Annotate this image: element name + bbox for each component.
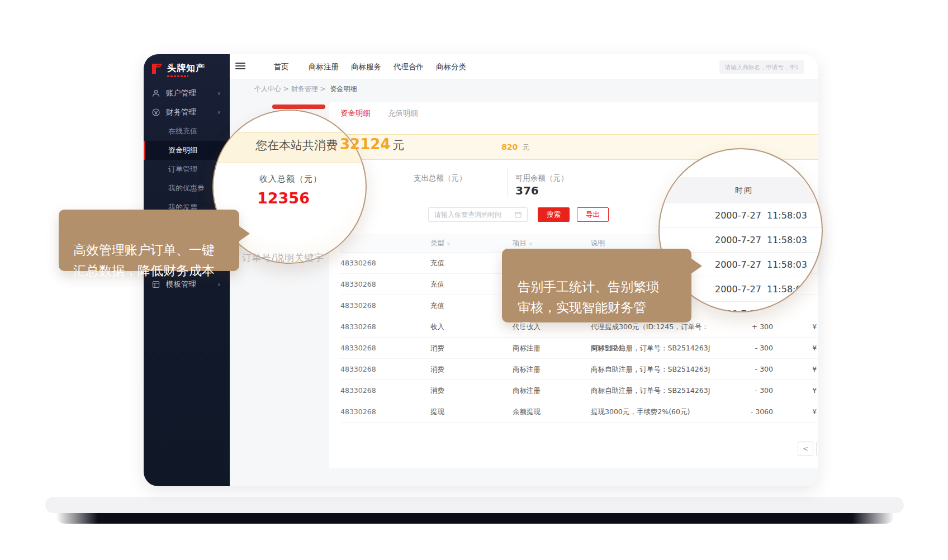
cell-balance: ¥ 12231	[775, 401, 818, 423]
magnified-tab-underline	[272, 105, 325, 109]
cell-type: 充值	[430, 295, 513, 316]
cell-type: 消费	[430, 359, 513, 380]
date-query-input[interactable]	[428, 207, 528, 222]
callout-left: 高效管理账户订单、一键 汇总数据，降低财务成本	[59, 210, 239, 271]
magnified-income-value: 12356	[257, 189, 310, 207]
brand-subtext	[167, 75, 188, 77]
table-row: 48330268 消费 商标注册 商标自助注册，订单号：SB2514263J -…	[340, 359, 818, 380]
tab-funds-detail[interactable]: 资金明细	[340, 108, 371, 118]
sidebar-item-label: 账户管理	[166, 88, 196, 98]
cell-amount: - 300	[731, 338, 775, 359]
table-header-cell[interactable]: 类型∨	[430, 234, 513, 253]
calendar-icon[interactable]	[515, 211, 522, 218]
sidebar-item-account[interactable]: 账户管理 ∨	[144, 84, 230, 103]
cell-order-no: 48330268	[340, 359, 430, 380]
magnified-time-row: 2000-7-27 11:58:03	[660, 203, 822, 228]
cell-order-no: 48330268	[340, 338, 430, 359]
sort-caret-icon: ∨	[447, 241, 451, 246]
cell-order-no: 48330268	[340, 274, 430, 295]
chevron-down-icon: ∨	[217, 91, 221, 96]
tab-recharge-detail[interactable]: 充值明细	[388, 108, 418, 118]
table-row: 48330268 消费 商标注册 商标自助注册，订单号：SB2514263J -…	[340, 338, 818, 359]
table-row: 48330268 消费 商标注册 商标自助注册，订单号：SB2514263J -…	[340, 380, 818, 401]
laptop-base-shadow	[56, 513, 894, 524]
cell-description: 商标自助注册，订单号：SB2514263J	[591, 380, 731, 401]
magnified-banner-unit: 元	[392, 137, 404, 153]
callout-right-arrow-icon	[691, 258, 702, 274]
page-button[interactable]: <	[798, 442, 813, 456]
cell-project: 余额提现	[513, 401, 591, 423]
callout-left-text: 高效管理账户订单、一键 汇总数据，降低财务成本	[73, 243, 215, 278]
cell-type: 消费	[430, 338, 513, 359]
pagination: <12345	[798, 442, 818, 456]
cell-description: 商标自助注册，订单号：SB2514263J	[591, 359, 731, 380]
magnified-column-header: 订单号/说明关键字	[242, 251, 324, 264]
chevron-up-icon: ∧	[217, 110, 221, 115]
nav-tab[interactable]: 商标服务	[350, 54, 382, 79]
finance-icon	[151, 108, 160, 117]
user-icon	[151, 89, 160, 98]
banner-text: 820 元	[501, 135, 529, 159]
brand-flag-icon	[151, 63, 163, 75]
trademark-search-input[interactable]	[719, 60, 804, 74]
brand-logo[interactable]: 头牌知产	[144, 54, 230, 84]
laptop-base	[45, 497, 904, 513]
stat-balance-value: 376	[515, 184, 539, 197]
callout-right: 告别手工统计、告别繁琐 审核，实现智能财务管 理。	[502, 249, 691, 322]
top-navbar: 首页商标注册商标服务代理合作商标分类	[230, 54, 818, 79]
cell-type: 充值	[430, 274, 513, 295]
nav-tab[interactable]: 代理合作	[393, 54, 424, 79]
cell-amount: - 3060	[731, 401, 775, 423]
banner-amount: 820	[501, 143, 518, 151]
magnified-banner-amount: 32124	[340, 136, 390, 153]
cell-project: 商标注册	[513, 380, 591, 401]
cell-order-no: 48330268	[340, 401, 430, 423]
cell-order-no: 48330268	[340, 295, 430, 316]
nav-tab[interactable]: 商标分类	[435, 54, 467, 79]
cell-order-no: 48330268	[340, 380, 430, 401]
nav-tab[interactable]: 商标注册	[308, 54, 339, 79]
breadcrumb-current: 资金明细	[330, 85, 357, 93]
cell-description: 商标自助注册，订单号：SB2514263J	[591, 338, 731, 359]
sort-caret-icon: ∨	[529, 241, 533, 246]
page-button[interactable]: 1	[816, 442, 818, 456]
magnified-income-label: 收入总额（元）	[259, 174, 322, 184]
cell-type: 充值	[430, 253, 513, 274]
brand-title: 头牌知产	[167, 63, 205, 74]
magnified-banner-text: 您在本站共消费 32124 元	[255, 136, 404, 156]
cell-balance: ¥ 12231	[775, 338, 818, 359]
sidebar-subitem[interactable]: 在线充值	[144, 122, 230, 141]
magnified-time-header: 时间	[660, 177, 822, 203]
export-button[interactable]: 导出	[577, 207, 609, 222]
chevron-down-icon: ∨	[217, 282, 221, 287]
sidebar-subitem[interactable]: 资金明细	[144, 141, 230, 160]
stat-expense-label: 支出总额（元）	[414, 173, 467, 183]
cell-description: 提现3000元，手续费2%(60元)	[591, 401, 731, 423]
cell-type: 提现	[430, 401, 513, 423]
stat-balance-label: 可用余额（元）	[515, 173, 568, 183]
search-button[interactable]: 搜索	[538, 207, 570, 222]
breadcrumb: 个人中心 > 财务管理 > 资金明细	[230, 79, 818, 98]
cell-amount: - 300	[731, 380, 775, 401]
menu-icon[interactable]	[235, 63, 245, 70]
nav-tab[interactable]: 首页	[266, 54, 297, 79]
callout-left-arrow-icon	[239, 226, 250, 241]
cell-balance: ¥ 12231	[775, 359, 818, 380]
breadcrumb-path[interactable]: 个人中心 > 财务管理 >	[254, 85, 326, 93]
banner-unit: 元	[522, 143, 529, 151]
cell-amount: - 300	[731, 359, 775, 380]
table-row: 48330268 提现 余额提现 提现3000元，手续费2%(60元) - 30…	[340, 401, 818, 423]
sidebar-item-finance[interactable]: 财务管理 ∧	[144, 103, 230, 122]
template-icon	[151, 280, 160, 289]
cell-order-no: 48330268	[340, 253, 430, 274]
cell-balance: ¥ 12231	[775, 380, 818, 401]
stat-divider	[507, 168, 508, 197]
page: 头牌知产 账户管理 ∨ 财务管理 ∧ 在线充值资金明细订单管	[0, 0, 948, 560]
table-header-cell[interactable]	[340, 234, 430, 253]
cell-project: 商标注册	[513, 359, 591, 380]
sidebar-item-label: 财务管理	[166, 107, 196, 117]
magnified-banner-prefix: 您在本站共消费	[255, 137, 338, 153]
cell-project: 商标注册	[513, 338, 591, 359]
cell-type: 消费	[430, 380, 513, 401]
nav-tabs: 首页商标注册商标服务代理合作商标分类	[266, 54, 467, 79]
